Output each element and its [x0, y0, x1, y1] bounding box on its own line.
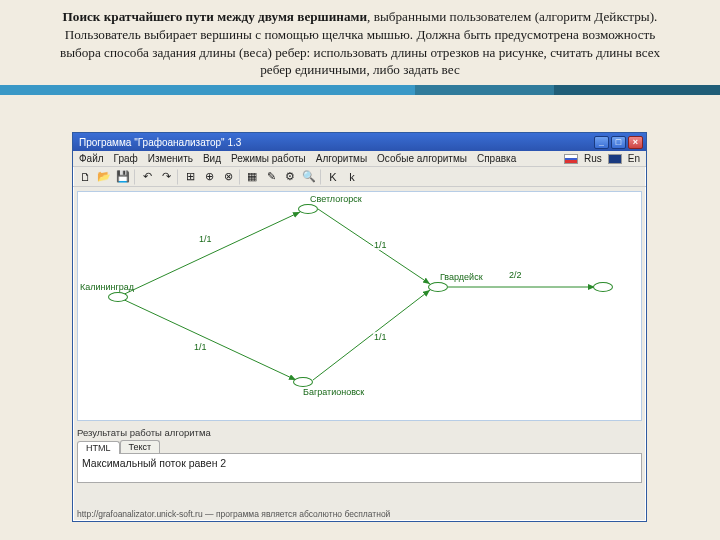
k-upper-icon[interactable]: K: [325, 169, 341, 185]
edge-label: 1/1: [373, 240, 388, 250]
edge-label: 2/2: [508, 270, 523, 280]
edge-label: 1/1: [373, 332, 388, 342]
graph-node[interactable]: [593, 282, 613, 292]
remove-node-icon[interactable]: ⊗: [220, 169, 236, 185]
slide-title-bold: Поиск кратчайшего пути между двумя верши…: [63, 9, 368, 24]
divider: [239, 169, 241, 185]
lang-en[interactable]: En: [628, 153, 640, 164]
menu-algorithms[interactable]: Алгоритмы: [316, 153, 367, 164]
graph-edges: [78, 192, 641, 420]
flag-ru-icon[interactable]: [564, 154, 578, 164]
graph-node[interactable]: [298, 204, 318, 214]
close-button[interactable]: ×: [628, 136, 643, 149]
edge[interactable]: [118, 297, 296, 380]
menu-graph[interactable]: Граф: [114, 153, 138, 164]
menu-special[interactable]: Особые алгоритмы: [377, 153, 467, 164]
slide-title: Поиск кратчайшего пути между двумя верши…: [0, 0, 720, 85]
tab-text[interactable]: Текст: [120, 440, 161, 453]
results-title: Результаты работы алгоритма: [77, 427, 642, 438]
flag-en-icon[interactable]: [608, 154, 622, 164]
new-icon[interactable]: 🗋: [77, 169, 93, 185]
decor-band: [0, 85, 720, 95]
edge[interactable]: [313, 290, 430, 380]
node-label: Багратионовск: [303, 387, 364, 397]
titlebar: Программа "Графоанализатор" 1.3 _ □ ×: [73, 133, 646, 151]
undo-icon[interactable]: ↶: [139, 169, 155, 185]
node-label: Гвардейск: [440, 272, 483, 282]
menu-file[interactable]: Файл: [79, 153, 104, 164]
node-label: Светлогорск: [310, 194, 362, 204]
divider: [177, 169, 179, 185]
statusbar: http://grafoanalizator.unick-soft.ru — п…: [77, 509, 642, 519]
grid-icon[interactable]: ⊞: [182, 169, 198, 185]
minimize-button[interactable]: _: [594, 136, 609, 149]
window-title: Программа "Графоанализатор" 1.3: [79, 137, 594, 148]
k-lower-icon[interactable]: k: [344, 169, 360, 185]
app-window: Программа "Графоанализатор" 1.3 _ □ × Фа…: [72, 132, 647, 522]
menu-help[interactable]: Справка: [477, 153, 516, 164]
matrix-icon[interactable]: ▦: [244, 169, 260, 185]
divider: [134, 169, 136, 185]
lang-ru[interactable]: Rus: [584, 153, 602, 164]
graph-node[interactable]: [108, 292, 128, 302]
divider: [320, 169, 322, 185]
settings-icon[interactable]: ⚙: [282, 169, 298, 185]
edge-label: 1/1: [193, 342, 208, 352]
zoom-icon[interactable]: 🔍: [301, 169, 317, 185]
node-label: Калининград: [80, 282, 134, 292]
graph-node[interactable]: [428, 282, 448, 292]
open-icon[interactable]: 📂: [96, 169, 112, 185]
graph-canvas[interactable]: СветлогорскКалининградГвардейскБагратион…: [77, 191, 642, 421]
graph-node[interactable]: [293, 377, 313, 387]
add-node-icon[interactable]: ⊕: [201, 169, 217, 185]
toolbar: 🗋 📂 💾 ↶ ↷ ⊞ ⊕ ⊗ ▦ ✎ ⚙ 🔍 K k: [73, 167, 646, 187]
edge[interactable]: [118, 212, 300, 297]
menu-edit[interactable]: Изменить: [148, 153, 193, 164]
output-text: Максимальный поток равен 2: [77, 453, 642, 483]
maximize-button[interactable]: □: [611, 136, 626, 149]
menu-modes[interactable]: Режимы работы: [231, 153, 306, 164]
menu-view[interactable]: Вид: [203, 153, 221, 164]
save-icon[interactable]: 💾: [115, 169, 131, 185]
tab-html[interactable]: HTML: [77, 441, 120, 454]
edge-label: 1/1: [198, 234, 213, 244]
results-panel: Результаты работы алгоритма HTML Текст М…: [77, 427, 642, 483]
redo-icon[interactable]: ↷: [158, 169, 174, 185]
edit-icon[interactable]: ✎: [263, 169, 279, 185]
menubar: Файл Граф Изменить Вид Режимы работы Алг…: [73, 151, 646, 167]
